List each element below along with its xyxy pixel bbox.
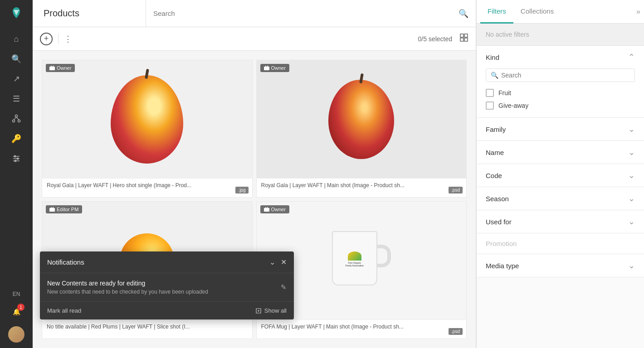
filter-section-code: Code ⌄ — [477, 164, 644, 187]
product-image — [257, 60, 467, 178]
notification-content: New Contents are ready for editing New c… — [47, 280, 281, 295]
chevron-down-icon: ⌄ — [628, 124, 635, 134]
notification-footer: Mark all read Show all — [40, 302, 294, 319]
chevron-down-icon: ⌄ — [628, 261, 635, 271]
owner-badge: Owner — [260, 64, 289, 72]
file-ext-badge: .psd — [449, 328, 463, 335]
svg-rect-15 — [49, 67, 55, 70]
filter-section-season: Season ⌄ — [477, 187, 644, 210]
product-label: Royal Gala | Layer WAFT | Main shot (Ima… — [257, 178, 467, 192]
product-label: No title available | Red Plums | Layer W… — [42, 319, 252, 334]
mark-all-read-button[interactable]: Mark all read — [47, 307, 81, 314]
tab-collections[interactable]: Collections — [513, 0, 561, 24]
filter-section-media-type: Media type ⌄ — [477, 254, 644, 277]
toolbar-divider — [58, 34, 59, 44]
sidebar-icon-key[interactable]: 🔑 — [7, 130, 25, 148]
filters-panel: No active filters Kind ⌃ 🔍 Fruit Give-aw… — [477, 24, 644, 348]
notification-edit-icon[interactable]: ✎ — [281, 283, 287, 291]
sidebar-bell-button[interactable]: 🔔 1 — [7, 303, 25, 321]
add-button[interactable]: + — [40, 33, 53, 45]
owner-badge: Owner — [260, 205, 289, 213]
expand-icon[interactable]: » — [636, 8, 640, 16]
page-title: Products — [33, 0, 146, 27]
no-filters-label: No active filters — [477, 24, 644, 46]
selected-count: 0/5 selected — [418, 35, 453, 43]
product-card[interactable]: Owner .psd Royal Gala | Layer WAFT | Mai… — [256, 60, 467, 198]
filter-kind-header[interactable]: Kind ⌃ — [477, 46, 644, 68]
sidebar-icon-list[interactable]: ☰ — [7, 90, 25, 108]
filter-used-for-header[interactable]: Used for ⌄ — [477, 210, 644, 233]
filter-season-title: Season — [486, 195, 509, 203]
notification-header-icons: ⌄ ✕ — [269, 258, 287, 266]
svg-point-1 — [13, 120, 15, 122]
filter-kind-title: Kind — [486, 53, 499, 61]
sidebar-icon-share[interactable]: ↗ — [7, 70, 25, 88]
right-panel: Filters Collections » No active filters … — [476, 0, 644, 348]
notification-close-icon[interactable]: ✕ — [281, 258, 287, 266]
filter-section-kind: Kind ⌃ 🔍 Fruit Give-away — [477, 46, 644, 118]
user-avatar[interactable] — [8, 326, 24, 343]
filter-promotion-header[interactable]: Promotion — [477, 233, 644, 254]
sidebar-icon-home[interactable]: ⌂ — [7, 30, 25, 48]
file-ext-badge: .psd — [449, 187, 463, 193]
chevron-up-icon: ⌃ — [628, 52, 635, 62]
svg-point-2 — [18, 120, 20, 122]
sidebar-logo[interactable] — [7, 4, 25, 22]
top-bar: Products 🔍 — [33, 0, 476, 27]
filter-section-used-for: Used for ⌄ — [477, 210, 644, 233]
chevron-down-icon: ⌄ — [628, 193, 635, 203]
svg-point-8 — [14, 155, 16, 158]
svg-rect-13 — [460, 38, 463, 41]
sidebar: ⌂ 🔍 ↗ ☰ 🔑 EN 🔔 1 — [0, 0, 33, 348]
product-label: FOFA Mug | Layer WAFT | Main shot (Image… — [257, 319, 467, 334]
filter-kind-checkbox-giveaway[interactable] — [486, 102, 494, 110]
filter-section-family: Family ⌄ — [477, 118, 644, 141]
svg-rect-18 — [264, 208, 269, 212]
svg-rect-14 — [464, 38, 468, 41]
notification-minimize-icon[interactable]: ⌄ — [269, 258, 275, 266]
filter-family-header[interactable]: Family ⌄ — [477, 118, 644, 140]
filter-promotion-title: Promotion — [486, 240, 517, 247]
sidebar-language[interactable]: EN — [13, 291, 20, 297]
show-all-button[interactable]: Show all — [255, 307, 287, 314]
owner-badge: Editor PM — [46, 205, 82, 213]
svg-rect-16 — [264, 67, 269, 70]
owner-badge: Owner — [46, 64, 75, 72]
notification-title: Notifications — [47, 258, 269, 266]
filter-code-header[interactable]: Code ⌄ — [477, 164, 644, 187]
filter-kind-search-input[interactable] — [501, 72, 630, 79]
grid-view-icon[interactable] — [459, 33, 468, 44]
filter-kind-checkbox-fruit[interactable] — [486, 89, 494, 97]
chevron-down-icon: ⌄ — [628, 217, 635, 227]
filter-kind-label-giveaway: Give-away — [498, 102, 528, 109]
filter-kind-search: 🔍 — [486, 68, 635, 82]
chevron-down-icon: ⌄ — [628, 170, 635, 180]
filter-used-for-title: Used for — [486, 218, 512, 226]
svg-rect-11 — [460, 34, 463, 37]
filter-kind-body: 🔍 Fruit Give-away — [477, 68, 644, 117]
filter-season-header[interactable]: Season ⌄ — [477, 187, 644, 210]
svg-point-10 — [15, 160, 17, 162]
filter-media-type-header[interactable]: Media type ⌄ — [477, 254, 644, 277]
notification-item-title: New Contents are ready for editing — [47, 280, 281, 287]
svg-point-9 — [17, 158, 19, 160]
filter-section-name: Name ⌄ — [477, 141, 644, 164]
filter-name-header[interactable]: Name ⌄ — [477, 141, 644, 164]
search-area: 🔍 — [146, 0, 476, 27]
sidebar-icon-hierarchy[interactable] — [7, 110, 25, 128]
tab-filters[interactable]: Filters — [480, 0, 513, 24]
svg-line-4 — [16, 117, 19, 120]
more-options-icon[interactable]: ⋮ — [64, 34, 72, 44]
svg-line-3 — [14, 117, 16, 120]
filter-search-icon: 🔍 — [491, 72, 498, 79]
sidebar-icon-search[interactable]: 🔍 — [7, 50, 25, 68]
search-icon[interactable]: 🔍 — [459, 9, 468, 19]
panel-tabs: Filters Collections » — [477, 0, 644, 24]
search-input[interactable] — [153, 10, 459, 17]
filter-section-promotion: Promotion — [477, 233, 644, 254]
sidebar-icon-sliders[interactable] — [7, 150, 25, 168]
filter-code-title: Code — [486, 172, 502, 179]
svg-point-0 — [15, 115, 18, 117]
chevron-down-icon: ⌄ — [628, 147, 635, 157]
product-card[interactable]: Owner .jpg Royal Gala | Layer WAFT | Her… — [42, 60, 253, 198]
